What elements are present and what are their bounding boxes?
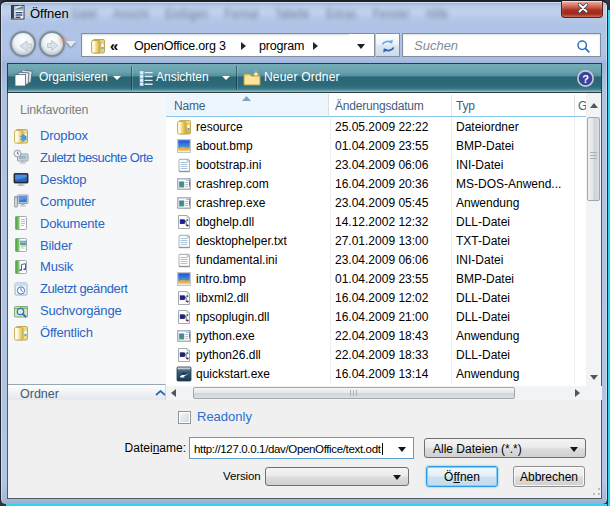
svg-text:?: ? xyxy=(582,73,589,85)
